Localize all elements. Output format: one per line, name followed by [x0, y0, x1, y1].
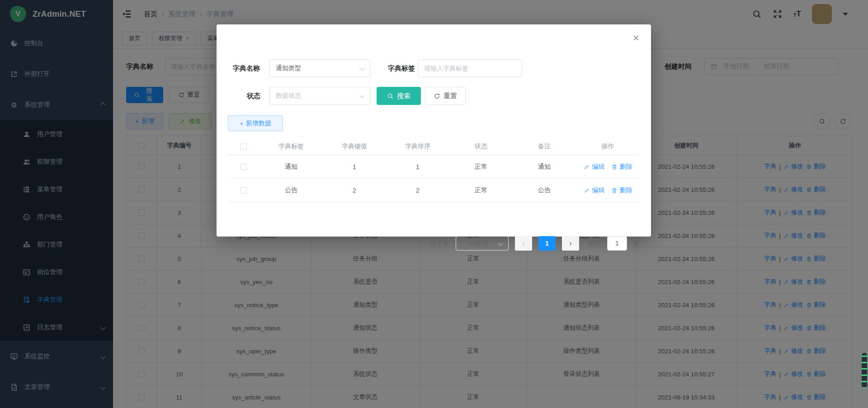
status-placeholder: 数据状态: [276, 92, 301, 100]
add-data-button[interactable]: +新增数据: [228, 115, 283, 131]
table-row: 公告 2 2 正常 公告 编辑 删除: [228, 179, 640, 202]
edit-link[interactable]: 编辑: [584, 186, 605, 195]
pagination-total: 共 2 条: [429, 239, 449, 247]
cell-remark: 通知: [513, 163, 576, 171]
dict-data-dialog: × 字典名称 通知类型 字典标签 状态 数据状态 搜索 重置 +新增数据 字典标…: [217, 24, 651, 237]
trash-icon: [611, 187, 618, 194]
dict-label-input[interactable]: [418, 59, 522, 77]
delete-link[interactable]: 删除: [611, 163, 632, 171]
cell-operations: 编辑 删除: [576, 186, 640, 195]
edit-link[interactable]: 编辑: [584, 163, 605, 171]
dict-name-label: 字典名称: [224, 59, 260, 77]
page-size-value: 10条/页: [468, 239, 489, 247]
col-header-remark: 备注: [513, 142, 576, 151]
pencil-icon: [584, 164, 590, 170]
chevron-down-icon: [498, 241, 503, 246]
col-header-ops: 操作: [576, 142, 640, 151]
page-number-button[interactable]: 1: [538, 236, 556, 251]
next-page-button[interactable]: ›: [562, 236, 579, 251]
close-icon[interactable]: ×: [633, 33, 639, 43]
prev-page-button[interactable]: ‹: [515, 236, 532, 251]
cell-operations: 编辑 删除: [576, 163, 640, 171]
cell-sort: 1: [386, 163, 449, 171]
cell-status: 正常: [449, 163, 513, 171]
trash-icon: [611, 164, 618, 170]
app-screen: V ZrAdmin.NET 控制台 外部打开 系统管理: [0, 0, 868, 408]
col-header-value: 字典键值: [323, 142, 386, 151]
scrollbar-thumb[interactable]: [862, 353, 867, 388]
jump-prefix: 前往: [588, 239, 601, 247]
status-select[interactable]: 数据状态: [269, 87, 370, 105]
row-checkbox[interactable]: [241, 187, 247, 194]
cell-label: 通知: [259, 163, 323, 171]
jump-page-input[interactable]: [607, 236, 627, 251]
modal-search-button[interactable]: 搜索: [377, 87, 421, 105]
dict-data-table: 字典标签 字典键值 字典排序 状态 备注 操作 通知 1 1 正常 通知: [228, 138, 640, 202]
delete-link[interactable]: 删除: [611, 186, 632, 195]
dict-name-select[interactable]: 通知类型: [269, 59, 370, 77]
cell-value: 2: [323, 187, 386, 194]
cell-sort: 2: [386, 187, 449, 194]
cell-remark: 公告: [513, 186, 576, 195]
table-header-row: 字典标签 字典键值 字典排序 状态 备注 操作: [228, 138, 640, 155]
table-body: 通知 1 1 正常 通知 编辑 删除 公告 2: [228, 155, 640, 202]
pencil-icon: [584, 187, 590, 194]
chevron-down-icon: [359, 93, 364, 98]
cell-value: 1: [323, 163, 386, 171]
col-header-label: 字典标签: [259, 142, 323, 151]
status-label: 状态: [224, 87, 260, 105]
chevron-down-icon: [359, 65, 364, 70]
table-row: 通知 1 1 正常 通知 编辑 删除: [228, 155, 640, 179]
modal-reset-button[interactable]: 重置: [425, 87, 466, 105]
pagination: 共 2 条 10条/页 ‹ 1 › 前往 页: [228, 236, 640, 251]
dict-name-selected-value: 通知类型: [276, 64, 301, 72]
page-size-select[interactable]: 10条/页: [456, 236, 509, 251]
cell-status: 正常: [449, 186, 513, 195]
cell-label: 公告: [259, 186, 323, 195]
dict-label-label: 字典标签: [379, 59, 415, 77]
col-header-status: 状态: [449, 142, 513, 151]
select-all-checkbox[interactable]: [241, 143, 247, 150]
jump-suffix: 页: [633, 239, 640, 247]
row-checkbox[interactable]: [241, 164, 247, 170]
col-header-sort: 字典排序: [386, 142, 449, 151]
